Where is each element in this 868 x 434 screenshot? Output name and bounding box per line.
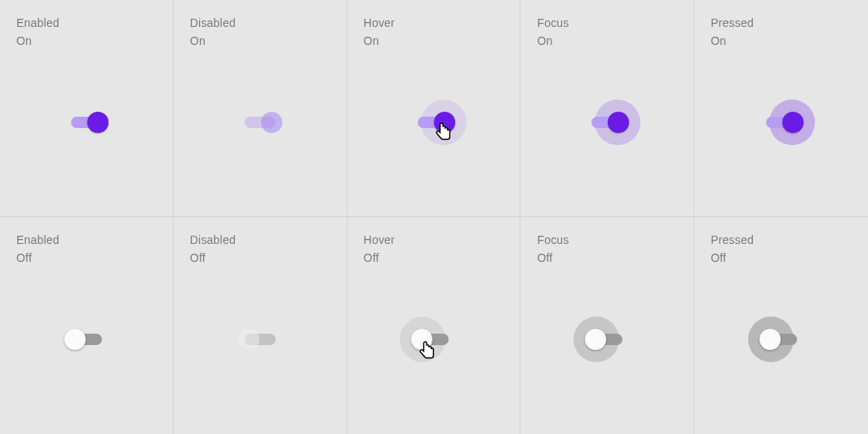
switch-states-grid: Enabled On Disabled On Hover On [0,0,868,434]
switch-thumb [261,112,282,133]
cell-labels: Disabled Off [190,232,330,267]
cell-disabled-off: Disabled Off [174,217,348,434]
state-label: Pressed [711,15,852,33]
switch-area [520,98,693,147]
state-label: Enabled [16,15,157,33]
cell-enabled-on: Enabled On [0,0,174,217]
value-label: Off [190,250,330,268]
value-label: On [711,33,852,51]
cell-pressed-on: Pressed On [694,0,868,217]
switch-thumb [760,329,781,350]
switch-enabled-on[interactable] [68,114,105,131]
value-label: On [537,33,677,51]
value-label: Off [16,250,157,268]
switch-pressed-off[interactable] [763,331,800,348]
switch-area [348,315,520,364]
switch-area [520,315,693,364]
cell-labels: Pressed Off [711,232,852,267]
cell-focus-on: Focus On [520,0,694,217]
cell-labels: Hover On [364,15,504,50]
cell-labels: Enabled Off [16,232,157,267]
cell-labels: Disabled On [190,15,330,50]
switch-thumb [87,112,108,133]
switch-area [174,98,347,147]
switch-thumb [411,329,432,350]
cell-labels: Pressed On [711,15,852,50]
cell-enabled-off: Enabled Off [0,217,174,434]
state-label: Focus [537,232,677,250]
state-label: Disabled [190,232,330,250]
state-label: Pressed [711,232,852,250]
state-label: Focus [537,15,677,33]
switch-area [694,315,868,364]
state-label: Hover [364,15,504,33]
value-label: On [16,33,157,51]
cell-disabled-on: Disabled On [174,0,348,217]
switch-disabled-off [241,331,279,348]
switch-area [0,315,173,364]
switch-focus-on[interactable] [588,114,626,131]
switch-area [694,98,868,147]
state-label: Enabled [16,232,157,250]
switch-thumb [585,329,606,350]
state-label: Disabled [190,15,330,33]
switch-thumb [434,112,455,133]
switch-pressed-on[interactable] [763,114,800,131]
cell-labels: Enabled On [16,15,157,50]
switch-disabled-on [241,114,279,131]
cell-focus-off: Focus Off [520,217,694,434]
cell-pressed-off: Pressed Off [694,217,868,434]
cell-labels: Focus Off [537,232,677,267]
switch-enabled-off[interactable] [68,331,105,348]
switch-area [348,98,520,147]
switch-area [174,315,347,364]
cell-hover-off: Hover Off [348,217,521,434]
switch-thumb [64,329,86,350]
cell-labels: Hover Off [364,232,504,267]
switch-hover-off[interactable] [414,331,452,348]
value-label: On [190,33,330,51]
switch-thumb [238,329,259,350]
cell-labels: Focus On [537,15,677,50]
switch-thumb [782,112,804,133]
state-label: Hover [364,232,504,250]
switch-hover-on[interactable] [414,114,452,131]
switch-focus-off[interactable] [588,331,626,348]
value-label: Off [711,250,852,268]
value-label: Off [537,250,677,268]
switch-thumb [608,112,629,133]
value-label: Off [364,250,504,268]
cell-hover-on: Hover On [348,0,521,217]
value-label: On [364,33,504,51]
switch-area [0,98,173,147]
